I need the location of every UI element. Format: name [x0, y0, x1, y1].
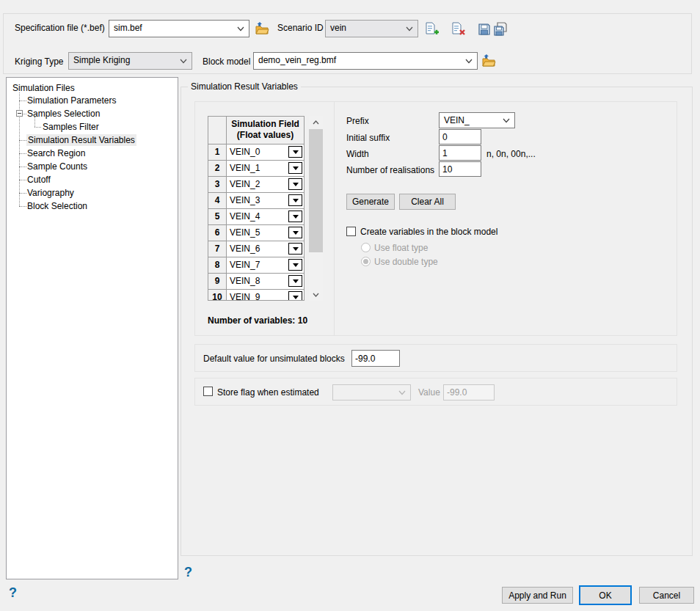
field-dropdown-button[interactable]: [288, 227, 302, 238]
tree-item-search-region[interactable]: Search Region: [27, 147, 85, 159]
field-dropdown-button[interactable]: [288, 178, 302, 190]
field-cell[interactable]: VEIN_5: [227, 225, 304, 241]
use-float-type-label: Use float type: [374, 243, 428, 254]
field-cell[interactable]: VEIN_6: [227, 241, 304, 257]
chevron-down-icon: [180, 59, 187, 64]
generate-button[interactable]: Generate: [346, 194, 395, 210]
chevron-down-icon: [465, 59, 473, 64]
field-cell[interactable]: VEIN_1: [227, 161, 304, 177]
prefix-combobox[interactable]: VEIN_: [439, 112, 515, 128]
field-dropdown-button[interactable]: [288, 162, 302, 174]
cancel-button[interactable]: Cancel: [639, 587, 694, 604]
field-dropdown-button[interactable]: [288, 243, 302, 255]
delete-scenario-button[interactable]: [451, 22, 465, 37]
field-cell[interactable]: VEIN_2: [227, 177, 304, 193]
field-dropdown-button[interactable]: [288, 194, 302, 206]
tree-item-samples-selection[interactable]: Samples Selection: [27, 108, 100, 120]
open-folder-icon: [481, 59, 496, 70]
tree-connector-line: [19, 167, 26, 167]
chevron-down-icon: [313, 293, 319, 297]
field-dropdown-button[interactable]: [288, 291, 302, 301]
scrollbar-down-button[interactable]: [309, 288, 323, 301]
save-as-icon: [493, 28, 508, 39]
scrollbar-thumb[interactable]: [309, 129, 323, 252]
use-double-type-radio: [361, 257, 371, 266]
field-cell[interactable]: VEIN_3: [227, 193, 304, 209]
chevron-up-icon: [313, 120, 319, 125]
group-help-button[interactable]: ?: [184, 566, 192, 579]
tree-item-cutoff[interactable]: Cutoff: [27, 174, 51, 186]
tree-item-block-selection[interactable]: Block Selection: [27, 200, 87, 212]
table-row: 5 VEIN_4: [208, 209, 304, 225]
field-dropdown-button[interactable]: [288, 275, 302, 287]
save-scenario-button[interactable]: [477, 22, 492, 37]
minus-icon: [18, 113, 21, 114]
tree-item-sample-counts[interactable]: Sample Counts: [27, 161, 87, 172]
table-scrollbar[interactable]: [309, 116, 323, 301]
prefix-value: VEIN_: [444, 115, 470, 125]
chevron-down-icon: [237, 26, 244, 32]
default-value-label: Default value for unsimulated blocks: [203, 354, 345, 365]
apply-and-run-button[interactable]: Apply and Run: [502, 587, 573, 604]
scenario-id-label: Scenario ID: [277, 23, 324, 34]
table-header-row: Simulation Field (Float values): [208, 117, 304, 144]
tree-item-simulation-parameters[interactable]: Simulation Parameters: [27, 95, 116, 106]
tree-item-samples-filter[interactable]: Samples Filter: [43, 121, 99, 133]
field-dropdown-button[interactable]: [288, 211, 302, 222]
simulation-dialog: Specification file (*.bef) sim.bef Scena…: [0, 0, 700, 611]
use-double-type-label: Use double type: [374, 257, 438, 268]
table-column-header: Simulation Field (Float values): [227, 117, 304, 144]
kriging-type-combobox[interactable]: Simple Kriging: [68, 52, 192, 70]
create-variables-checkbox[interactable]: [346, 227, 356, 236]
table-row: 8 VEIN_7: [208, 257, 304, 274]
tree-connector-line: [19, 153, 26, 154]
save-scenario-as-button[interactable]: [493, 22, 508, 37]
dialog-help-button[interactable]: ?: [9, 586, 17, 599]
tree-item-variography[interactable]: Variography: [27, 187, 74, 199]
scenario-id-combobox[interactable]: vein: [325, 20, 418, 37]
browse-spec-file-button[interactable]: [255, 21, 269, 36]
new-scenario-button[interactable]: [424, 22, 439, 37]
clear-all-button[interactable]: Clear All: [399, 194, 456, 210]
field-cell[interactable]: VEIN_0: [227, 144, 304, 161]
field-dropdown-button[interactable]: [288, 146, 302, 158]
default-value-input[interactable]: [351, 350, 400, 367]
width-label: Width: [346, 149, 369, 160]
prefix-label: Prefix: [346, 116, 369, 127]
save-icon: [477, 28, 492, 39]
tree-connector-line: [34, 127, 41, 128]
initial-suffix-input[interactable]: [439, 129, 481, 144]
field-cell[interactable]: VEIN_4: [227, 209, 304, 225]
tree-root-simulation-files[interactable]: Simulation Files: [12, 82, 75, 94]
chevron-down-icon: [406, 26, 413, 32]
field-cell[interactable]: VEIN_8: [227, 274, 304, 290]
scrollbar-up-button[interactable]: [309, 116, 323, 128]
tree-item-simulation-result-variables[interactable]: Simulation Result Variables: [26, 134, 136, 146]
scenario-id-value: vein: [330, 23, 346, 33]
store-flag-checkbox[interactable]: [203, 387, 213, 396]
browse-block-model-button[interactable]: [481, 54, 496, 68]
store-flag-value-label: Value: [418, 387, 440, 398]
field-cell[interactable]: VEIN_9: [227, 290, 304, 301]
table-row: 2 VEIN_1: [208, 161, 304, 177]
tree-connector-line: [19, 180, 26, 180]
spec-file-label: Specification file (*.bef): [15, 23, 105, 34]
block-model-combobox[interactable]: demo_vein_reg.bmf: [253, 52, 478, 70]
field-cell[interactable]: VEIN_7: [227, 257, 304, 274]
store-flag-value-input: [443, 384, 495, 400]
tree-connector-line: [19, 193, 26, 194]
table-row: 7 VEIN_6: [208, 241, 304, 257]
tree-connector-line: [19, 140, 26, 141]
number-of-variables-label: Number of variables: 10: [208, 315, 307, 326]
width-input[interactable]: [439, 145, 481, 161]
tree-connector-line: [19, 206, 26, 207]
tree-collapse-toggle[interactable]: [16, 110, 23, 117]
table-row: 3 VEIN_2: [208, 177, 304, 193]
tree-connector-line: [19, 100, 26, 101]
field-dropdown-button[interactable]: [288, 259, 302, 271]
ok-button[interactable]: OK: [579, 585, 632, 605]
realisations-input[interactable]: [439, 161, 481, 177]
table-row: 6 VEIN_5: [208, 225, 304, 241]
spec-file-combobox[interactable]: sim.bef: [109, 20, 249, 37]
realisations-label: Number of realisations: [346, 165, 434, 176]
